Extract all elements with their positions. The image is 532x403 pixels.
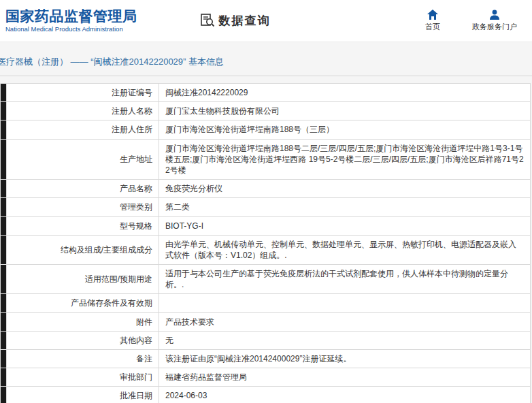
field-value: 无 [159,331,531,349]
table-row: 产品储存条件及有效期 [1,294,531,312]
page-header: 国家药品监督管理局 National Medical Products Admi… [0,0,532,42]
field-label: 产品储存条件及有效期 [7,294,159,312]
row-strip [1,120,7,139]
registration-info-table: 注册证编号闽械注准20142220029注册人名称厦门宝太生物科技股份有限公司注… [0,83,531,403]
home-icon [427,10,438,20]
field-label: 结构及组成/主要组成成分 [7,235,159,264]
row-strip [1,102,7,120]
field-value: 第二类 [159,198,531,216]
table-row: 注册人住所厦门市海沧区海沧街道坪埕南路188号（三层） [1,120,531,139]
field-value [159,294,531,312]
field-label: 附件 [7,312,159,331]
field-label: 备注 [7,350,159,368]
table-row: 产品名称免疫荧光分析仪 [1,180,531,198]
field-label: 注册人名称 [7,102,159,120]
nav-portal-label: 政务服务门户 [472,22,517,32]
table-row: 审批部门福建省药品监督管理局 [1,368,531,387]
field-value: 厦门宝太生物科技股份有限公司 [159,102,531,120]
data-query-title: 数据查询 [219,13,271,29]
field-value: 厦门市海沧区海沧街道坪埕南路188号二层/三层/四层/五层;厦门市海沧区海沧街道… [159,139,531,180]
field-label: 适用范围/预期用途 [7,265,159,294]
table-row: 其他内容无 [1,331,531,349]
field-value: 免疫荧光分析仪 [159,180,531,198]
field-value: 产品技术要求 [159,312,531,331]
table-row: 附件产品技术要求 [1,312,531,331]
field-value: 厦门市海沧区海沧街道坪埕南路188号（三层） [159,120,531,139]
field-label: 其他内容 [7,331,159,349]
breadcrumb: 医疗器械（注册） —— “闽械注准20142220029” 基本信息 [0,56,532,76]
portal-user-icon [489,10,500,20]
table-row: 结构及组成/主要组成成分由光学单元、机械传动单元、控制单元、数据处理单元、显示屏… [1,235,531,264]
row-strip [1,368,7,387]
row-strip [1,387,7,403]
table-row: 型号规格BIOT-YG-I [1,216,531,235]
field-value: 该注册证由原“闽械注准20142400029”注册证延续。 [159,350,531,368]
row-strip [1,198,7,216]
table-row: 批准日期2024-06-03 [1,387,531,403]
row-strip [1,331,7,349]
field-value: 闽械注准20142220029 [159,84,531,102]
field-label: 注册人住所 [7,120,159,139]
header-nav: 首页 政务服务门户 [418,10,517,32]
field-label: 生产地址 [7,139,159,180]
nmpa-logo: 国家药品监督管理局 National Medical Products Admi… [5,8,137,33]
nav-portal[interactable]: 政务服务门户 [472,10,517,32]
row-strip [1,216,7,235]
field-value: 福建省药品监督管理局 [159,368,531,387]
table-row: 注册人名称厦门宝太生物科技股份有限公司 [1,102,531,120]
field-label: 批准日期 [7,387,159,403]
field-label: 审批部门 [7,368,159,387]
row-strip [1,235,7,264]
table-row: 生产地址厦门市海沧区海沧街道坪埕南路188号二层/三层/四层/五层;厦门市海沧区… [1,139,531,180]
field-value: 由光学单元、机械传动单元、控制单元、数据处理单元、显示屏、热敏打印机、电源适配器… [159,235,531,264]
table-row: 管理类别第二类 [1,198,531,216]
logo-title: 国家药品监督管理局 [5,8,137,24]
logo-subtitle: National Medical Products Administration [5,26,137,33]
row-strip [1,265,7,294]
nav-home[interactable]: 首页 [418,10,448,32]
data-query-icon [200,12,215,30]
field-label: 型号规格 [7,216,159,235]
field-value: BIOT-YG-I [159,216,531,235]
data-query-nav[interactable]: 数据查询 [200,12,271,30]
table-row: 备注该注册证由原“闽械注准20142400029”注册证延续。 [1,350,531,368]
field-label: 注册证编号 [7,84,159,102]
row-strip [1,294,7,312]
field-label: 管理类别 [7,198,159,216]
breadcrumb-text: 医疗器械（注册） —— “闽械注准20142220029” 基本信息 [0,57,224,67]
row-strip [1,180,7,198]
nav-home-label: 首页 [425,22,440,32]
field-label: 产品名称 [7,180,159,198]
row-strip [1,84,7,102]
info-table-body: 注册证编号闽械注准20142220029注册人名称厦门宝太生物科技股份有限公司注… [1,84,531,403]
field-value: 适用于与本公司生产的基于荧光免疫层析法的干式试剂配套使用，供人体样本中待测物的定… [159,265,531,294]
field-value: 2024-06-03 [159,387,531,403]
table-row: 适用范围/预期用途适用于与本公司生产的基于荧光免疫层析法的干式试剂配套使用，供人… [1,265,531,294]
row-strip [1,350,7,368]
table-row: 注册证编号闽械注准20142220029 [1,84,531,102]
row-strip [1,312,7,331]
row-strip [1,139,7,180]
